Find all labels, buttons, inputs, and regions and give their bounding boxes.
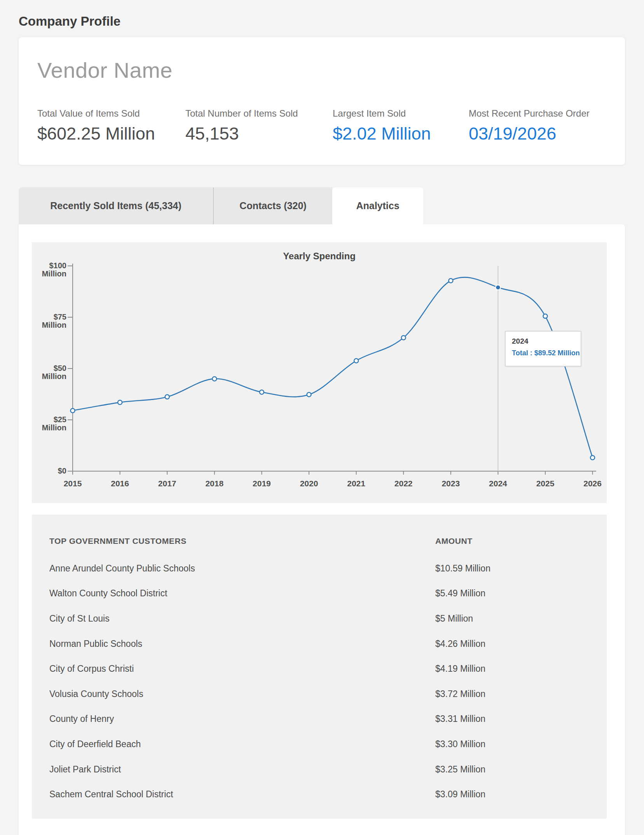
vendor-summary-card: Vendor Name Total Value of Items Sold$60… — [19, 37, 625, 165]
customer-amount: $3.09 Million — [435, 789, 603, 800]
page-title: Company Profile — [19, 14, 120, 29]
stat-label: Most Recent Purchase Order — [469, 108, 590, 119]
data-point[interactable] — [260, 390, 264, 394]
table-row: Anne Arundel County Public Schools$10.59… — [49, 556, 603, 581]
data-point[interactable] — [543, 314, 548, 318]
x-axis-tick-label: 2020 — [300, 479, 318, 488]
tab-contacts[interactable]: Contacts (320) — [213, 187, 332, 224]
stat-label: Total Number of Items Sold — [185, 108, 298, 119]
stat-label: Total Value of Items Sold — [37, 108, 155, 119]
vendor-name: Vendor Name — [37, 58, 173, 83]
customer-amount: $5.49 Million — [435, 588, 603, 599]
x-axis-tick-label: 2025 — [536, 479, 555, 488]
customer-amount: $3.72 Million — [435, 689, 603, 699]
stat-column: Total Value of Items Sold$602.25 Million — [37, 108, 155, 144]
amount-column-header: AMOUNT — [435, 536, 603, 546]
stat-column: Total Number of Items Sold45,153 — [185, 108, 298, 144]
x-axis-tick-label: 2016 — [111, 479, 129, 488]
table-row: City of St Louis$5 Million — [49, 606, 603, 631]
table-row: Walton County School District$5.49 Milli… — [49, 581, 603, 606]
customer-name: Anne Arundel County Public Schools — [49, 563, 435, 574]
customer-amount: $10.59 Million — [435, 563, 603, 574]
table-header-row: TOP GOVERNMENT CUSTOMERS AMOUNT — [49, 536, 603, 546]
company-profile-page: Company Profile Vendor Name Total Value … — [0, 0, 644, 835]
yearly-spending-chart[interactable]: Yearly Spending $0$25Million$50Million$7… — [32, 242, 607, 503]
data-point[interactable] — [307, 393, 311, 397]
customer-amount: $4.19 Million — [435, 664, 603, 674]
y-axis-tick-label: $75Million — [42, 313, 66, 329]
stat-value-link[interactable]: 03/19/2026 — [469, 124, 590, 144]
x-axis-tick-label: 2017 — [158, 479, 176, 488]
chart-canvas[interactable]: $0$25Million$50Million$75Million$100Mill… — [32, 242, 607, 503]
data-point[interactable] — [354, 358, 358, 363]
tab-bar: Recently Sold Items (45,334)Contacts (32… — [19, 187, 423, 224]
y-axis-tick-label: $50Million — [42, 364, 66, 381]
customer-amount: $4.26 Million — [435, 639, 603, 649]
customer-name: Walton County School District — [49, 588, 435, 599]
stat-value-link[interactable]: $2.02 Million — [333, 124, 431, 144]
tooltip-year: 2024 — [512, 337, 581, 346]
spending-line — [73, 277, 593, 458]
x-axis-tick-label: 2015 — [64, 479, 82, 488]
stat-column: Most Recent Purchase Order03/19/2026 — [469, 108, 590, 144]
table-row: City of Deerfield Beach$3.30 Million — [49, 732, 603, 757]
data-point[interactable] — [71, 409, 75, 413]
tooltip-total: Total : $89.52 Million — [512, 349, 581, 357]
table-row: Joliet Park District$3.25 Million — [49, 757, 603, 782]
top-customers-table: TOP GOVERNMENT CUSTOMERS AMOUNT Anne Aru… — [32, 515, 607, 819]
customer-name: City of Corpus Christi — [49, 664, 435, 674]
table-row: Norman Public Schools$4.26 Million — [49, 631, 603, 657]
chart-tooltip: 2024 Total : $89.52 Million — [505, 331, 581, 367]
customer-amount: $3.30 Million — [435, 739, 603, 749]
stat-value: $602.25 Million — [37, 124, 155, 144]
table-row: Volusia County Schools$3.72 Million — [49, 681, 603, 707]
content-panel: Yearly Spending $0$25Million$50Million$7… — [19, 224, 625, 835]
x-axis-tick-label: 2019 — [253, 479, 271, 488]
customer-amount: $5 Million — [435, 613, 603, 624]
data-point[interactable] — [165, 395, 169, 399]
customer-name: Volusia County Schools — [49, 689, 435, 699]
customer-name: Joliet Park District — [49, 764, 435, 775]
table-row: City of Corpus Christi$4.19 Million — [49, 656, 603, 681]
stat-value: 45,153 — [185, 124, 298, 144]
y-axis-tick-label: $100Million — [42, 261, 66, 278]
table-body: Anne Arundel County Public Schools$10.59… — [49, 556, 603, 807]
tab-recently-sold-items[interactable]: Recently Sold Items (45,334) — [19, 187, 213, 224]
table-row: Sachem Central School District$3.09 Mill… — [49, 782, 603, 807]
customers-column-header: TOP GOVERNMENT CUSTOMERS — [49, 536, 435, 546]
x-axis-tick-label: 2022 — [394, 479, 413, 488]
data-point[interactable] — [401, 335, 406, 340]
stat-column: Largest Item Sold$2.02 Million — [333, 108, 431, 144]
customer-name: City of St Louis — [49, 613, 435, 624]
customer-amount: $3.25 Million — [435, 764, 603, 775]
customer-amount: $3.31 Million — [435, 714, 603, 724]
data-point[interactable] — [212, 377, 216, 381]
data-point[interactable] — [449, 279, 453, 283]
x-axis-tick-label: 2023 — [442, 479, 460, 488]
x-axis-tick-label: 2018 — [205, 479, 223, 488]
x-axis-tick-label: 2021 — [347, 479, 365, 488]
customer-name: City of Deerfield Beach — [49, 739, 435, 749]
stat-label: Largest Item Sold — [333, 108, 431, 119]
x-axis-tick-label: 2024 — [489, 479, 507, 488]
customer-name: Norman Public Schools — [49, 639, 435, 649]
customer-name: County of Henry — [49, 714, 435, 724]
x-axis-tick-label: 2026 — [583, 479, 602, 488]
customer-name: Sachem Central School District — [49, 789, 435, 800]
y-axis-tick-label: $0 — [58, 466, 66, 475]
y-axis-tick-label: $25Million — [42, 415, 66, 432]
data-point[interactable] — [118, 400, 122, 405]
table-row: County of Henry$3.31 Million — [49, 707, 603, 732]
data-point[interactable] — [590, 456, 595, 460]
highlighted-data-point[interactable] — [496, 285, 500, 289]
tab-analytics[interactable]: Analytics — [332, 187, 423, 224]
